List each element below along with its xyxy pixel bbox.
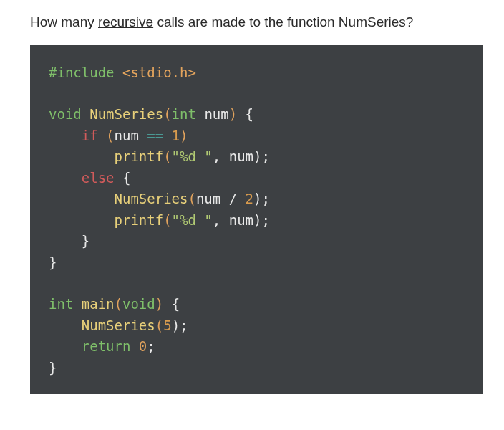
question-post: calls are made to the function NumSeries…	[153, 14, 413, 29]
indent	[49, 233, 82, 249]
fn-main: main	[73, 296, 114, 312]
question-text: How many recursive calls are made to the…	[30, 13, 483, 32]
fn-numseries-call: NumSeries	[82, 317, 155, 333]
code-line-11	[49, 273, 464, 294]
lit-fmt: "%d "	[172, 212, 213, 228]
code-line-3: void NumSeries(int num) {	[49, 104, 464, 125]
paren-open: (	[98, 128, 115, 143]
kw-return: return	[82, 338, 131, 354]
args-rest: , num);	[213, 212, 270, 228]
brace-close: }	[82, 233, 89, 249]
brace-open: {	[163, 296, 180, 312]
kw-int: int	[172, 106, 196, 122]
kw-void: void	[49, 106, 82, 122]
paren-close: )	[180, 128, 188, 143]
indent	[49, 170, 82, 186]
brace-open: {	[237, 106, 253, 122]
paren-open: (	[163, 106, 171, 122]
code-block: #include <stdio.h> void NumSeries(int nu…	[30, 45, 483, 395]
space	[130, 338, 138, 354]
brace-close: }	[49, 254, 57, 270]
param-num: num	[196, 106, 229, 122]
question-pre: How many	[30, 14, 98, 29]
paren-close: )	[229, 106, 237, 122]
semicolon: ;	[147, 338, 155, 354]
code-line-2	[49, 83, 464, 104]
code-line-5: printf("%d ", num);	[49, 146, 464, 167]
code-line-10: }	[49, 252, 464, 273]
expr-numdiv: num /	[196, 191, 246, 206]
indent	[49, 212, 115, 228]
indent	[49, 338, 82, 354]
kw-void: void	[122, 296, 155, 312]
lit-1: 1	[172, 128, 180, 143]
kw-else: else	[82, 170, 115, 186]
header-stdio: <stdio.h>	[115, 64, 196, 80]
indent	[49, 191, 115, 206]
lit-5: 5	[163, 317, 171, 333]
code-line-9: }	[49, 231, 464, 252]
brace-open: {	[115, 170, 131, 186]
paren-close-semi: );	[253, 191, 270, 206]
paren-close-semi: );	[172, 317, 188, 333]
code-line-12: int main(void) {	[49, 294, 464, 315]
code-line-4: if (num == 1)	[49, 125, 464, 146]
kw-include: #include	[49, 64, 115, 80]
indent	[49, 148, 115, 164]
args-rest: , num);	[213, 148, 270, 164]
paren-open: (	[163, 212, 171, 228]
brace-close: }	[49, 360, 57, 376]
indent	[49, 128, 82, 143]
code-line-1: #include <stdio.h>	[49, 62, 464, 83]
space	[163, 128, 171, 143]
paren-open: (	[163, 148, 171, 164]
code-line-8: printf("%d ", num);	[49, 210, 464, 231]
paren-open: (	[188, 191, 195, 206]
paren-open: (	[115, 296, 122, 312]
code-line-15: }	[49, 358, 464, 378]
indent	[49, 317, 82, 333]
var-num: num	[115, 128, 147, 143]
paren-close: )	[155, 296, 163, 312]
lit-2: 2	[246, 191, 253, 206]
code-line-13: NumSeries(5);	[49, 315, 464, 336]
fn-numseries-call: NumSeries	[115, 191, 188, 206]
paren-open: (	[155, 317, 163, 333]
code-line-6: else {	[49, 168, 464, 188]
fn-printf: printf	[115, 148, 164, 164]
fn-printf: printf	[115, 212, 164, 228]
lit-0: 0	[139, 338, 147, 354]
lit-fmt: "%d "	[172, 148, 213, 164]
code-line-14: return 0;	[49, 336, 464, 357]
question-underlined: recursive	[98, 14, 153, 29]
kw-if: if	[82, 128, 98, 143]
kw-int: int	[49, 296, 73, 312]
page-container: How many recursive calls are made to the…	[0, 0, 504, 394]
fn-numseries: NumSeries	[82, 106, 163, 122]
code-line-7: NumSeries(num / 2);	[49, 188, 464, 209]
op-eq: ==	[147, 128, 163, 143]
